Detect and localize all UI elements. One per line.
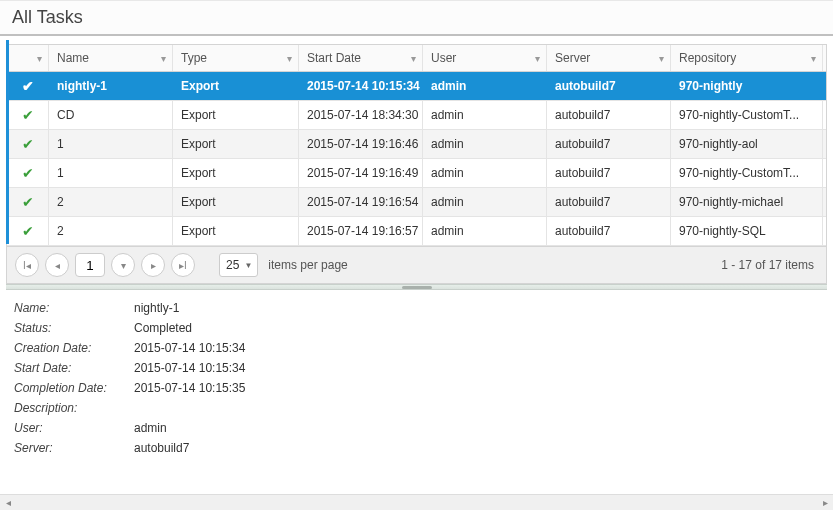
check-icon: ✔ [22,107,34,123]
col-repository[interactable]: Repository▾ [671,45,823,71]
chevron-down-icon: ▾ [161,53,166,64]
horizontal-scrollbar[interactable]: ◂ ▸ [0,494,833,510]
pager-summary: 1 - 17 of 17 items [721,258,814,272]
detail-value-completion: 2015-07-14 10:15:35 [134,381,245,395]
col-type-label: Type [181,51,207,65]
server-cell: autobuild7 [547,72,671,100]
type-cell: Export [173,217,299,245]
scroll-left-icon[interactable]: ◂ [0,496,16,510]
detail-value-server: autobuild7 [134,441,189,455]
page-size-value: 25 [226,258,239,272]
repo-cell: 970-nightly-CustomT... [671,159,823,187]
page-size-select[interactable]: 25 [219,253,258,277]
name-cell: 2 [49,217,173,245]
chevron-down-icon: ▾ [37,53,42,64]
date-cell: 2015-07-14 19:16:54 [299,188,423,216]
name-cell: CD [49,101,173,129]
server-cell: autobuild7 [547,159,671,187]
name-cell: 1 [49,130,173,158]
detail-value-start: 2015-07-14 10:15:34 [134,361,245,375]
col-repo-label: Repository [679,51,736,65]
table-row[interactable]: ✔2Export2015-07-14 19:16:57adminautobuil… [7,217,826,246]
prev-page-button[interactable]: ◂ [45,253,69,277]
col-server[interactable]: Server▾ [547,45,671,71]
grid-body: ✔nightly-1Export2015-07-14 10:15:34admin… [7,72,826,246]
pager: I◂ ◂ ▾ ▸ ▸I 25 items per page 1 - 17 of … [7,246,826,283]
chevron-down-icon: ▾ [287,53,292,64]
detail-label-status: Status: [14,321,134,335]
table-row[interactable]: ✔2Export2015-07-14 19:16:54adminautobuil… [7,188,826,217]
col-name[interactable]: Name▾ [49,45,173,71]
detail-value-status: Completed [134,321,192,335]
page-input[interactable] [75,253,105,277]
server-cell: autobuild7 [547,217,671,245]
detail-value-name: nightly-1 [134,301,179,315]
type-cell: Export [173,101,299,129]
detail-label-name: Name: [14,301,134,315]
status-cell: ✔ [7,101,49,129]
first-page-button[interactable]: I◂ [15,253,39,277]
page-title: All Tasks [0,1,833,36]
check-icon: ✔ [22,223,34,239]
status-cell: ✔ [7,159,49,187]
col-date-label: Start Date [307,51,361,65]
detail-label-server: Server: [14,441,134,455]
user-cell: admin [423,217,547,245]
repo-cell: 970-nightly-aol [671,130,823,158]
last-page-button[interactable]: ▸I [171,253,195,277]
chevron-down-icon[interactable]: ▾ [111,253,135,277]
scroll-track[interactable] [16,496,817,510]
name-cell: 2 [49,188,173,216]
splitter-handle[interactable] [6,284,827,290]
user-cell: admin [423,72,547,100]
server-cell: autobuild7 [547,188,671,216]
repo-cell: 970-nightly-michael [671,188,823,216]
repo-cell: 970-nightly-CustomT... [671,101,823,129]
repo-cell: 970-nightly [671,72,823,100]
status-cell: ✔ [7,217,49,245]
status-cell: ✔ [7,188,49,216]
detail-value-creation: 2015-07-14 10:15:34 [134,341,245,355]
detail-label-description: Description: [14,401,134,415]
status-cell: ✔ [7,130,49,158]
type-cell: Export [173,130,299,158]
type-cell: Export [173,72,299,100]
user-cell: admin [423,188,547,216]
check-icon: ✔ [22,136,34,152]
detail-value-user: admin [134,421,167,435]
table-row[interactable]: ✔1Export2015-07-14 19:16:46adminautobuil… [7,130,826,159]
chevron-down-icon: ▾ [535,53,540,64]
task-details: Name:nightly-1 Status:Completed Creation… [0,290,833,466]
check-icon: ✔ [22,78,34,94]
user-cell: admin [423,159,547,187]
selection-stripe [6,40,9,244]
grid-header: ▾ Name▾ Type▾ Start Date▾ User▾ Server▾ … [7,45,826,72]
date-cell: 2015-07-14 18:34:30 [299,101,423,129]
detail-label-start: Start Date: [14,361,134,375]
scroll-right-icon[interactable]: ▸ [817,496,833,510]
col-server-label: Server [555,51,590,65]
tasks-grid: ▾ Name▾ Type▾ Start Date▾ User▾ Server▾ … [6,44,827,284]
server-cell: autobuild7 [547,130,671,158]
chevron-down-icon: ▾ [411,53,416,64]
per-page-label: items per page [268,258,347,272]
col-name-label: Name [57,51,89,65]
type-cell: Export [173,188,299,216]
table-row[interactable]: ✔nightly-1Export2015-07-14 10:15:34admin… [7,72,826,101]
detail-label-user: User: [14,421,134,435]
col-user[interactable]: User▾ [423,45,547,71]
type-cell: Export [173,159,299,187]
status-cell: ✔ [7,72,49,100]
col-user-label: User [431,51,456,65]
col-start-date[interactable]: Start Date▾ [299,45,423,71]
name-cell: nightly-1 [49,72,173,100]
repo-cell: 970-nightly-SQL [671,217,823,245]
check-icon: ✔ [22,194,34,210]
table-row[interactable]: ✔CDExport2015-07-14 18:34:30adminautobui… [7,101,826,130]
col-status[interactable]: ▾ [7,45,49,71]
chevron-down-icon: ▾ [659,53,664,64]
table-row[interactable]: ✔1Export2015-07-14 19:16:49adminautobuil… [7,159,826,188]
col-type[interactable]: Type▾ [173,45,299,71]
server-cell: autobuild7 [547,101,671,129]
next-page-button[interactable]: ▸ [141,253,165,277]
